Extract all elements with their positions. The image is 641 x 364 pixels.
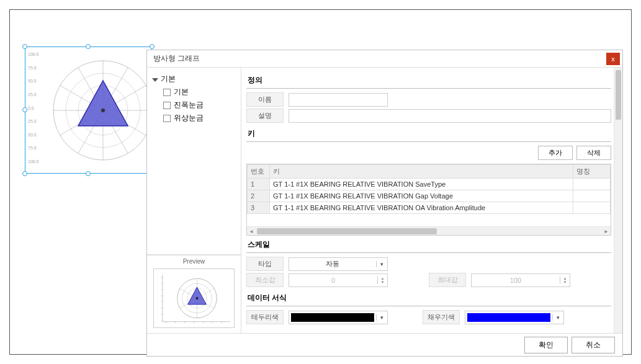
axis-tick: 50.0	[28, 133, 39, 137]
tree-item-amplitude[interactable]: 진폭눈금	[163, 99, 236, 112]
preview-panel: Preview	[147, 255, 241, 333]
spin-down-icon[interactable]: ▼	[378, 280, 387, 284]
close-icon: x	[611, 55, 615, 63]
fill-color-combo[interactable]: ▾	[465, 311, 564, 324]
scroll-left-icon[interactable]: ◄	[247, 227, 256, 236]
ok-button[interactable]: 확인	[524, 337, 568, 353]
resize-handle[interactable]	[86, 171, 91, 176]
axis-tick: 25.0	[28, 119, 39, 123]
add-button[interactable]: 추가	[538, 146, 573, 160]
dialog-titlebar[interactable]: 방사형 그래프 x	[147, 50, 622, 68]
svg-marker-45	[188, 287, 207, 304]
table-row[interactable]: 1 GT 1-1 #1X BEARING RELATIVE VIBRATION …	[248, 179, 611, 190]
scroll-thumb[interactable]	[616, 70, 621, 120]
tree-item-label: 위상눈금	[174, 113, 204, 123]
svg-point-46	[195, 297, 198, 300]
type-combo[interactable]: 자동 ▾	[289, 257, 388, 271]
table-row[interactable]: 2 GT 1-1 #1X BEARING RELATIVE VIBRATION …	[248, 190, 611, 202]
svg-point-17	[101, 109, 105, 112]
tree-root-basic[interactable]: 기본	[152, 73, 236, 86]
desc-label: 설명	[246, 109, 284, 123]
axis-tick: 75.0	[28, 66, 39, 70]
resize-handle[interactable]	[22, 171, 27, 176]
scroll-right-icon[interactable]: ►	[602, 227, 611, 236]
left-pane: 기본 기본 진폭눈금 위상눈금	[147, 68, 241, 333]
cancel-button[interactable]: 취소	[572, 337, 615, 353]
tree-root-label: 기본	[161, 74, 176, 84]
border-color-combo[interactable]: ▾	[289, 311, 388, 324]
type-label: 타입	[246, 257, 284, 271]
border-color-label: 테두리색	[246, 310, 284, 324]
col-alias[interactable]: 명칭	[573, 165, 611, 179]
type-value: 자동	[289, 259, 376, 269]
desc-input[interactable]	[289, 109, 611, 123]
min-label: 최소값	[246, 273, 284, 287]
resize-handle[interactable]	[22, 107, 27, 112]
dialog-footer: 확인 취소	[147, 334, 622, 356]
tree-item-phase[interactable]: 위상눈금	[163, 112, 236, 125]
axis-tick: 100.0	[28, 159, 39, 164]
chevron-down-icon	[152, 78, 158, 82]
axis-tick: 50.0	[28, 79, 39, 83]
max-spinner[interactable]: 100 ▲▼	[471, 273, 570, 287]
max-label: 최대값	[429, 273, 466, 287]
settings-tree: 기본 기본 진폭눈금 위상눈금	[147, 68, 241, 255]
keys-table[interactable]: 번호 키 명칭 1 GT 1-1 #1X BEARING RELATIVE VI…	[246, 164, 611, 236]
fill-color-label: 채우기색	[423, 310, 460, 324]
section-scale-title: 스케일	[246, 236, 611, 252]
radar-chart-preview	[50, 53, 159, 168]
max-value: 100	[472, 277, 560, 284]
checkbox-icon[interactable]	[163, 115, 171, 122]
dialog-title: 방사형 그래프	[153, 53, 606, 64]
checkbox-icon[interactable]	[163, 102, 171, 109]
vertical-scrollbar[interactable]	[614, 68, 622, 333]
name-label: 이름	[246, 92, 284, 107]
border-color-swatch	[291, 313, 374, 322]
scroll-thumb[interactable]	[257, 228, 437, 234]
name-input[interactable]	[289, 93, 388, 107]
tree-item-label: 진폭눈금	[174, 100, 204, 110]
section-format-title: 데이터 서식	[246, 289, 611, 306]
col-key[interactable]: 키	[270, 165, 573, 179]
col-no[interactable]: 번호	[248, 165, 270, 179]
selected-chart-object[interactable]: 100.0 75.0 50.0 25.0 0.0 25.0 50.0 75.0 …	[25, 47, 152, 174]
chevron-down-icon: ▾	[376, 314, 387, 321]
preview-canvas	[153, 269, 235, 328]
radar-graph-dialog: 방사형 그래프 x 기본 기본 진폭눈금	[146, 50, 623, 357]
min-spinner[interactable]: 0 ▲▼	[289, 273, 388, 287]
axis-tick: 25.0	[28, 92, 39, 97]
svg-marker-16	[78, 81, 128, 126]
tree-item-basic[interactable]: 기본	[163, 86, 236, 99]
section-keys-title: 키	[246, 125, 611, 141]
spin-down-icon[interactable]: ▼	[560, 280, 570, 284]
table-row[interactable]: 3 GT 1-1 #1X BEARING RELATIVE VIBRATION …	[248, 202, 611, 214]
horizontal-scrollbar[interactable]: ◄ ►	[247, 226, 611, 235]
chevron-down-icon: ▾	[552, 314, 563, 321]
right-pane: 정의 이름 설명 키 추가 삭제	[241, 68, 622, 333]
axis-tick: 0.0	[28, 106, 39, 110]
section-definition-title: 정의	[246, 71, 611, 88]
tree-item-label: 기본	[174, 87, 189, 97]
axis-tick: 100.0	[28, 52, 39, 56]
chevron-down-icon: ▾	[376, 261, 387, 267]
min-value: 0	[289, 277, 377, 284]
resize-handle[interactable]	[22, 44, 27, 49]
close-button[interactable]: x	[606, 53, 620, 65]
preview-label: Preview	[147, 255, 241, 267]
axis-tick: 75.0	[28, 146, 39, 150]
resize-handle[interactable]	[150, 44, 155, 49]
delete-button[interactable]: 삭제	[576, 146, 611, 160]
resize-handle[interactable]	[86, 44, 91, 49]
checkbox-icon[interactable]	[163, 89, 171, 96]
fill-color-swatch	[467, 313, 550, 322]
